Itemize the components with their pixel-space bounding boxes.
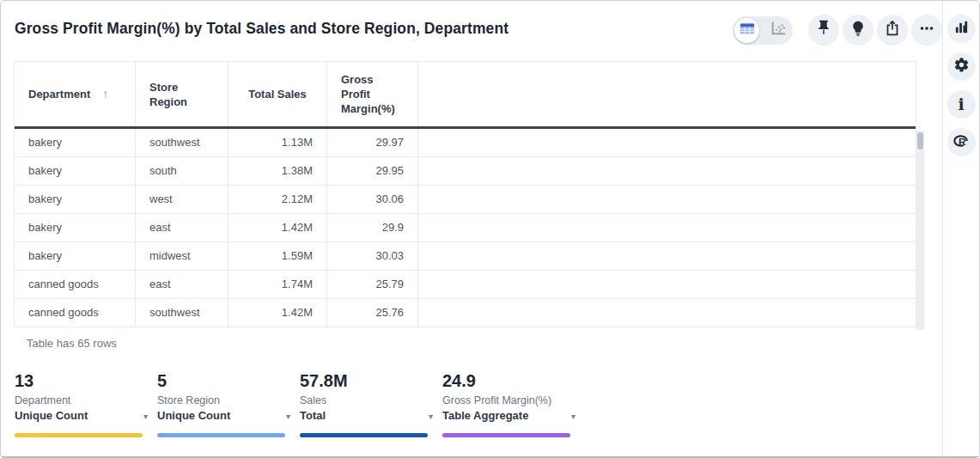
card-aggregation-dropdown[interactable]: Unique Count ▾ [157,409,285,423]
share-button[interactable] [877,15,908,46]
view-toggle [733,16,793,45]
cell-store-region: southwest [136,299,228,327]
column-label: Total Sales [248,87,307,101]
card-value: 5 [157,370,285,391]
card-accent-bar [15,433,143,437]
cell-store-region: east [136,271,228,298]
visualize-button[interactable] [947,15,976,43]
pin-button[interactable] [808,15,839,46]
info-icon: i [958,96,964,113]
card-measure-label: Sales [300,394,428,407]
card-aggregation-label: Total [300,409,326,423]
bar-chart-icon [953,19,970,39]
cell-total-sales: 1.59M [228,242,327,270]
pin-icon [814,19,833,41]
share-icon [883,19,902,41]
card-measure-label: Gross Profit Margin(%) [442,394,570,407]
table-view-icon [739,21,756,40]
chart-view-icon [770,21,787,40]
table-row[interactable]: bakery west 2.12M 30.06 [15,186,916,214]
card-accent-bar [157,433,285,437]
cell-department: bakery [15,214,136,241]
card-aggregation-label: Table Aggregate [442,409,528,423]
settings-button[interactable] [947,52,976,81]
cell-gross-profit-margin: 29.9 [327,214,418,241]
cell-gross-profit-margin: 25.79 [327,271,418,298]
data-table: Department ↑ Store Region Total Sales Gr… [14,61,924,327]
chevron-down-icon: ▾ [143,412,148,421]
cell-gross-profit-margin: 30.03 [327,242,418,270]
column-header-gross-profit-margin[interactable]: Gross Profit Margin(%) [327,62,418,126]
toolbar [733,15,942,46]
insight-button[interactable] [843,15,873,46]
cell-store-region: south [136,157,228,185]
page-title: Gross Profit Margin(%) by Total Sales an… [15,20,508,38]
cell-total-sales: 1.42M [228,214,327,241]
table-row[interactable]: bakery south 1.38M 29.95 [15,157,916,186]
scrollbar-thumb[interactable] [917,132,923,150]
gear-icon [953,57,970,76]
summary-card-gross-profit-margin: 24.9 Gross Profit Margin(%) Table Aggreg… [442,370,570,439]
card-aggregation-label: Unique Count [15,409,88,423]
card-value: 24.9 [442,370,570,391]
table-row[interactable]: bakery southwest 1.13M 29.97 [15,129,916,157]
cell-gross-profit-margin: 25.76 [327,299,418,327]
card-aggregation-dropdown[interactable]: Unique Count ▾ [15,409,143,423]
table-row[interactable]: bakery east 1.42M 29.9 [15,214,916,242]
summary-card-department: 13 Department Unique Count ▾ [15,370,143,439]
table-row[interactable]: canned goods southwest 1.42M 25.76 [15,299,916,327]
cell-department: bakery [15,186,136,213]
cell-total-sales: 1.42M [228,299,327,327]
table-row[interactable]: bakery midwest 1.59M 30.03 [15,242,916,271]
cell-total-sales: 1.13M [228,129,327,156]
r-logo-icon: R [953,132,970,153]
card-value: 57.8M [300,370,428,391]
chevron-down-icon: ▾ [571,412,575,421]
column-header-store-region[interactable]: Store Region [136,62,228,126]
chevron-down-icon: ▾ [286,412,290,421]
card-value: 13 [15,370,143,391]
info-button[interactable]: i [947,90,976,119]
cell-total-sales: 2.12M [228,186,327,213]
column-label: Department [28,87,90,101]
cell-total-sales: 1.74M [228,271,327,298]
chevron-down-icon: ▾ [429,412,433,421]
table-header-row: Department ↑ Store Region Total Sales Gr… [15,62,916,129]
cell-total-sales: 1.38M [228,157,327,185]
cell-gross-profit-margin: 29.95 [327,157,418,185]
card-aggregation-dropdown[interactable]: Total ▾ [300,409,428,423]
card-accent-bar [300,433,428,437]
cell-store-region: southwest [136,129,228,156]
column-header-filler [418,62,916,126]
card-measure-label: Store Region [157,394,285,407]
table-row[interactable]: canned goods east 1.74M 25.79 [15,271,916,299]
sort-ascending-icon[interactable]: ↑ [102,87,108,101]
card-aggregation-dropdown[interactable]: Table Aggregate ▾ [442,409,570,423]
cell-department: bakery [15,242,136,270]
chart-view-toggle[interactable] [765,18,790,43]
column-header-total-sales[interactable]: Total Sales [228,62,327,126]
more-options-button[interactable] [911,15,942,46]
cell-department: canned goods [15,299,136,327]
column-header-department[interactable]: Department ↑ [15,62,136,126]
cell-store-region: midwest [136,242,228,270]
right-icon-sidebar: i R [942,1,979,456]
cell-store-region: west [136,186,228,213]
summary-card-sales: 57.8M Sales Total ▾ [300,370,428,439]
r-analysis-button[interactable]: R [947,128,976,156]
cell-gross-profit-margin: 30.06 [327,186,418,213]
lightbulb-icon [849,19,867,41]
table-view-toggle[interactable] [734,18,759,43]
column-label: Store Region [149,80,214,109]
table-vertical-scrollbar[interactable] [916,131,924,330]
cell-store-region: east [136,214,228,241]
card-accent-bar [442,433,570,437]
cell-department: canned goods [15,271,136,298]
cell-department: bakery [15,129,136,156]
column-label: Gross Profit Margin(%) [341,72,404,116]
card-measure-label: Department [15,394,143,407]
svg-text:R: R [959,136,966,148]
table-row-count-note: Table has 65 rows [27,337,117,350]
cell-department: bakery [15,157,136,185]
summary-card-store-region: 5 Store Region Unique Count ▾ [157,370,285,439]
